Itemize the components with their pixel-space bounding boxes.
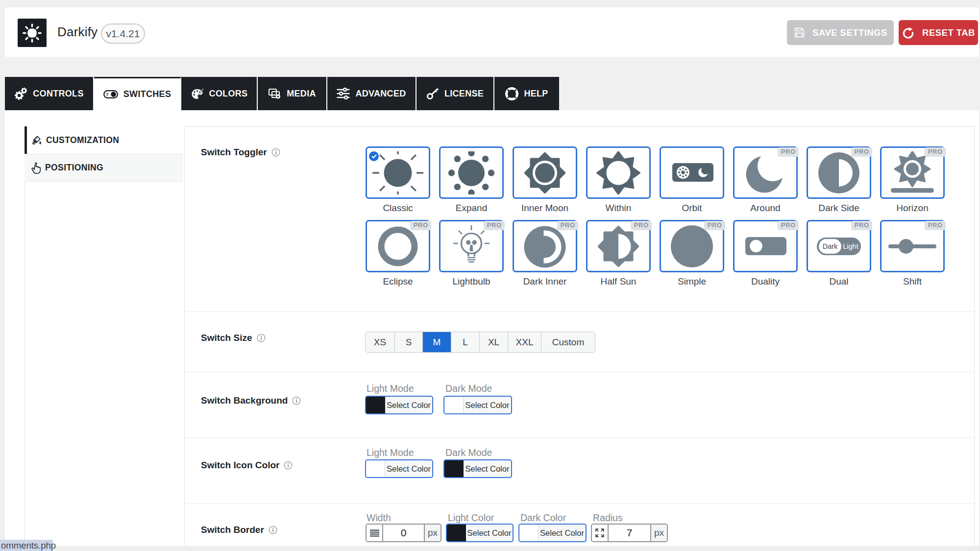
svg-text:Light: Light [843,242,858,250]
svg-text:Dark: Dark [823,242,838,250]
